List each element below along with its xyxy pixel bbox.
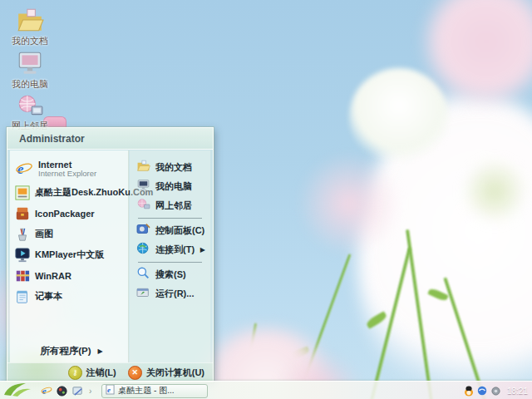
- quick-launch-bar: e ›: [40, 385, 91, 397]
- my-documents-icon: [136, 160, 150, 175]
- control-panel-icon: [136, 223, 150, 239]
- taskbar-window-button[interactable]: e 桌酷主题 - 图...: [101, 384, 208, 398]
- system-tray: 18:21: [457, 382, 532, 399]
- start-menu-item-label: 画图: [35, 228, 53, 240]
- notepad-icon: [15, 289, 30, 304]
- flower-center: [461, 158, 528, 224]
- desktop: 我的文档 我的电脑 网上邻居 Administrator: [0, 0, 532, 399]
- start-menu-item-label: 记事本: [35, 290, 62, 303]
- log-off-icon: ⚷: [68, 366, 82, 380]
- start-menu-item-label: 运行(R)...: [155, 288, 194, 300]
- start-menu-left-column: e Internet Internet Explorer: [10, 150, 129, 362]
- start-menu-item-label: 搜索(S): [155, 268, 186, 281]
- volume-tray-icon[interactable]: [490, 386, 501, 397]
- start-menu-item-iconpackager[interactable]: IconPackager: [15, 203, 128, 224]
- kmplayer-icon: [15, 248, 30, 263]
- start-menu-item-kmplayer[interactable]: KMPlayer中文版: [15, 244, 128, 265]
- start-menu-item-network-places[interactable]: 网上邻居: [136, 196, 210, 215]
- start-menu-item-my-computer[interactable]: 我的电脑: [136, 177, 210, 196]
- start-menu-footer: ⚷ 注销(L) ✕ 关闭计算机(U): [7, 362, 213, 382]
- winrar-icon: [15, 268, 30, 283]
- run-icon: [136, 286, 150, 302]
- start-menu-item-search[interactable]: 搜索(S): [136, 265, 210, 284]
- internet-explorer-icon[interactable]: e: [40, 385, 52, 397]
- my-computer-icon: [3, 50, 57, 76]
- start-menu-item-zhuoku[interactable]: 桌酷主题Desk.ZhuoKu.Com: [15, 182, 128, 203]
- shut-down-button[interactable]: ✕ 关闭计算机(U): [128, 366, 204, 380]
- iconpackager-icon: [15, 206, 30, 221]
- start-menu-item-winrar[interactable]: WinRAR: [15, 265, 128, 286]
- start-menu-item-internet[interactable]: e Internet Internet Explorer: [15, 155, 128, 182]
- start-menu-item-label: 网上邻居: [155, 200, 192, 212]
- menu-separator: [138, 262, 202, 263]
- search-icon: [136, 267, 150, 283]
- zhuoku-theme-icon: [15, 185, 30, 200]
- start-menu-item-control-panel[interactable]: 控制面板(C): [136, 221, 210, 240]
- username: Administrator: [19, 133, 85, 145]
- log-off-label: 注销(L): [86, 367, 116, 379]
- start-menu-header: Administrator: [7, 128, 213, 150]
- desktop-icon-network-places[interactable]: 网上邻居: [3, 93, 57, 132]
- taskbar-window-label: 桌酷主题 - 图...: [118, 385, 174, 397]
- start-menu-item-sublabel: Internet Explorer: [38, 170, 96, 178]
- submenu-arrow-icon: ▶: [200, 246, 205, 254]
- connect-to-icon: [136, 242, 150, 258]
- internet-explorer-icon: e: [15, 160, 33, 178]
- log-off-button[interactable]: ⚷ 注销(L): [68, 366, 116, 380]
- start-menu-item-run[interactable]: 运行(R)...: [136, 284, 210, 303]
- svg-text:e: e: [107, 386, 111, 394]
- start-menu-item-connect-to[interactable]: 连接到(T) ▶: [136, 240, 210, 259]
- start-menu-item-my-documents[interactable]: 我的文档: [136, 158, 210, 177]
- start-menu-item-label: WinRAR: [35, 271, 71, 281]
- start-leaf-icon: [2, 381, 32, 399]
- start-menu-left-spacer: [15, 307, 128, 341]
- start-button[interactable]: [0, 382, 35, 399]
- svg-text:e: e: [17, 160, 24, 177]
- quick-launch-overflow-arrow[interactable]: ›: [89, 387, 91, 396]
- desktop-icon-my-documents[interactable]: 我的文档: [3, 7, 57, 47]
- taskbar: e ›: [0, 381, 532, 399]
- desktop-icon-label: 我的文档: [3, 35, 57, 47]
- start-menu-item-label: IconPackager: [35, 209, 95, 219]
- my-documents-folder-icon: [3, 7, 57, 33]
- start-menu-item-label: 连接到(T): [155, 244, 195, 256]
- desktop-icon-my-computer[interactable]: 我的电脑: [3, 50, 57, 91]
- start-menu-item-paint[interactable]: 画图: [15, 224, 128, 244]
- network-places-icon: [136, 198, 150, 214]
- shut-down-label: 关闭计算机(U): [146, 367, 204, 379]
- paint-icon: [15, 227, 30, 242]
- desktop-icon-label: 我的电脑: [3, 78, 57, 91]
- show-desktop-icon[interactable]: [71, 385, 84, 397]
- svg-text:e: e: [42, 386, 46, 396]
- start-menu-item-label: 我的电脑: [155, 180, 192, 193]
- start-menu: Administrator e Internet Internet Explor…: [7, 127, 214, 382]
- network-places-icon: [3, 93, 57, 118]
- ie-document-icon: e: [106, 384, 115, 398]
- start-menu-item-label: 我的文档: [155, 161, 192, 174]
- all-programs-label: 所有程序(P): [40, 345, 91, 357]
- flower-blob: [299, 150, 399, 258]
- taskbar-clock[interactable]: 18:21: [507, 387, 528, 396]
- menu-separator: [138, 218, 202, 219]
- start-menu-item-notepad[interactable]: 记事本: [15, 286, 128, 307]
- messenger-tray-icon[interactable]: [477, 386, 488, 397]
- all-programs-button[interactable]: 所有程序(P) ▶: [15, 341, 128, 361]
- qq-tray-icon[interactable]: [464, 386, 475, 397]
- start-menu-item-label: KMPlayer中文版: [35, 249, 104, 261]
- shut-down-icon: ✕: [128, 366, 142, 380]
- my-computer-icon: [136, 179, 150, 195]
- all-programs-arrow-icon: ▶: [98, 347, 103, 355]
- start-menu-item-label: 控制面板(C): [155, 224, 204, 237]
- start-menu-right-column: 我的文档 我的电脑: [130, 150, 210, 362]
- media-player-icon[interactable]: [56, 385, 68, 397]
